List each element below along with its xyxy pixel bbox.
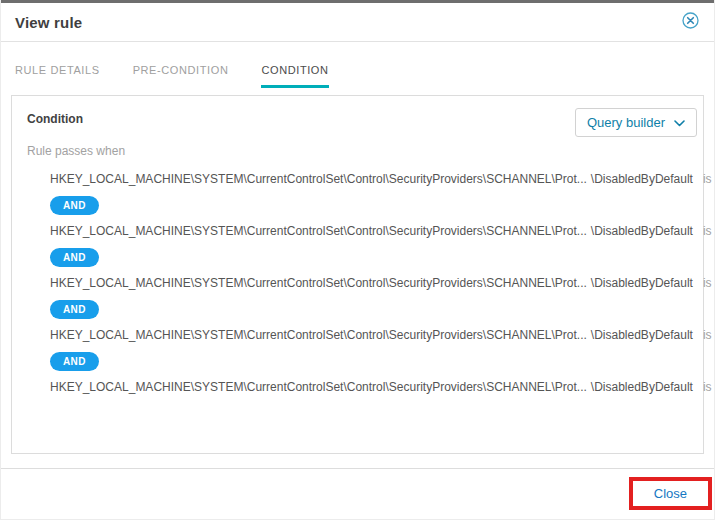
dialog-footer: Close — [1, 469, 714, 510]
and-operator-badge: AND — [50, 248, 99, 267]
tab-pre-condition[interactable]: PRE-CONDITION — [133, 64, 229, 88]
condition-field: \DisabledByDefault — [591, 328, 693, 342]
tab-rule-details[interactable]: RULE DETAILS — [15, 64, 100, 88]
condition-row: HKEY_LOCAL_MACHINE\SYSTEM\CurrentControl… — [50, 380, 703, 394]
condition-operator: is equal to — [703, 380, 715, 394]
condition-heading: Condition — [27, 108, 83, 126]
condition-row: HKEY_LOCAL_MACHINE\SYSTEM\CurrentControl… — [50, 276, 703, 290]
circle-x-icon — [682, 12, 699, 32]
close-button[interactable]: Close — [633, 481, 708, 506]
page-title: View rule — [15, 14, 82, 31]
condition-operator: is equal to — [703, 328, 715, 342]
and-operator-badge: AND — [50, 196, 99, 215]
condition-path: HKEY_LOCAL_MACHINE\SYSTEM\CurrentControl… — [50, 172, 587, 186]
query-builder-dropdown[interactable]: Query builder — [575, 108, 697, 137]
condition-operator: is equal to — [703, 276, 715, 290]
condition-operator: is equal to — [703, 224, 715, 238]
condition-operator: is equal to — [703, 172, 715, 186]
and-operator-badge: AND — [50, 300, 99, 319]
condition-path: HKEY_LOCAL_MACHINE\SYSTEM\CurrentControl… — [50, 276, 587, 290]
condition-list: HKEY_LOCAL_MACHINE\SYSTEM\CurrentControl… — [12, 172, 703, 394]
condition-field: \DisabledByDefault — [591, 276, 693, 290]
condition-panel: Condition Query builder Rule passes when… — [11, 95, 704, 454]
close-dialog-button[interactable] — [680, 10, 701, 34]
tab-condition[interactable]: CONDITION — [261, 64, 328, 88]
and-operator-badge: AND — [50, 352, 99, 371]
condition-field: \DisabledByDefault — [591, 224, 693, 238]
red-annotation-highlight: Close — [629, 477, 712, 510]
condition-panel-header: Condition Query builder — [12, 96, 703, 137]
query-builder-label: Query builder — [587, 115, 665, 130]
condition-field: \DisabledByDefault — [591, 172, 693, 186]
condition-field: \DisabledByDefault — [591, 380, 693, 394]
chevron-down-icon — [674, 115, 685, 130]
condition-row: HKEY_LOCAL_MACHINE\SYSTEM\CurrentControl… — [50, 172, 703, 186]
dialog-header: View rule — [1, 3, 714, 42]
condition-row: HKEY_LOCAL_MACHINE\SYSTEM\CurrentControl… — [50, 224, 703, 238]
condition-path: HKEY_LOCAL_MACHINE\SYSTEM\CurrentControl… — [50, 380, 587, 394]
condition-path: HKEY_LOCAL_MACHINE\SYSTEM\CurrentControl… — [50, 328, 587, 342]
condition-row: HKEY_LOCAL_MACHINE\SYSTEM\CurrentControl… — [50, 328, 703, 342]
rule-passes-when-label: Rule passes when — [12, 144, 703, 158]
condition-path: HKEY_LOCAL_MACHINE\SYSTEM\CurrentControl… — [50, 224, 587, 238]
tab-bar: RULE DETAILS PRE-CONDITION CONDITION — [1, 42, 714, 88]
